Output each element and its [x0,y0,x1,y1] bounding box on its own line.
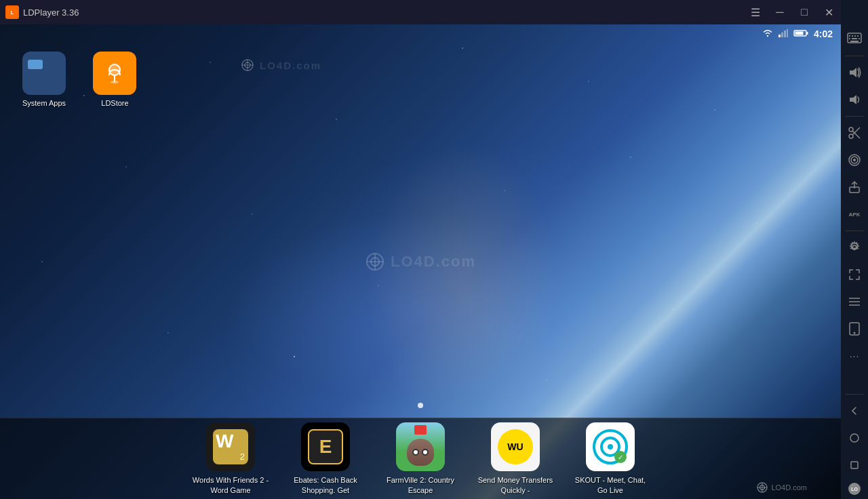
svg-line-15 [852,131,860,138]
keyboard-icon[interactable] [842,26,867,50]
right-sidebar: APK ··· [841,0,868,499]
minimize-button[interactable]: ─ [768,0,792,24]
wwf-letter: W [216,432,233,451]
skout-badge: ✓ [614,451,627,463]
sidebar-divider-2 [845,116,864,117]
titlebar: L LDPlayer 3.36 ☰ ─ □ ✕ [0,0,841,24]
status-bar: 4:02 [0,24,841,43]
sidebar-divider-bottom [845,394,864,395]
svg-point-47 [111,81,119,83]
svg-point-27 [854,332,856,334]
svg-point-28 [850,434,859,442]
svg-rect-8 [852,38,857,39]
skout-label: SKOUT - Meet, Chat, Go Live [570,475,651,495]
ebates-letter: E [319,436,332,458]
svg-rect-7 [849,38,850,39]
svg-rect-3 [849,35,850,37]
more-icon[interactable]: ··· [842,344,867,368]
taskbar: W 2 Words With Friends 2 - Word Game E E… [0,418,841,499]
status-time: 4:02 [814,28,833,39]
wu-logo-text: WU [507,441,523,452]
android-screen: 4:02 LO4D.com Sy [0,24,841,499]
sidebar-divider-3 [845,231,864,231]
menu-button[interactable]: ☰ [743,0,768,24]
volume-up-icon[interactable] [842,60,867,85]
svg-rect-36 [806,32,808,35]
titlebar-controls: ☰ ─ □ ✕ [743,0,841,24]
target-icon[interactable] [842,148,867,172]
system-apps-image [22,52,66,95]
svg-rect-31 [781,33,783,37]
phone-icon[interactable] [842,317,867,341]
send-money-app[interactable]: WU Send Money Transfers Quickly - [475,422,556,495]
watermark-center: LO4D.com [365,252,476,272]
send-money-label: Send Money Transfers Quickly - [475,475,556,495]
back-icon[interactable] [842,399,867,423]
app-title: LDPlayer 3.36 [23,7,743,18]
signal-icon [778,29,788,39]
app-logo: L [5,5,19,19]
sidebar-divider-1 [845,56,864,56]
svg-point-19 [853,159,856,161]
close-button[interactable]: ✕ [816,0,841,24]
svg-rect-5 [854,35,856,37]
wifi-icon [762,29,773,39]
svg-rect-33 [787,29,788,37]
page-indicator [418,399,423,411]
recents-icon[interactable] [842,453,867,477]
list-icon[interactable] [842,290,867,314]
desktop-icons: System Apps LDStore [0,45,841,114]
svg-rect-42 [36,60,39,64]
words-with-friends-label: Words With Friends 2 - Word Game [190,475,271,495]
svg-rect-30 [778,35,781,37]
ebates-app-icon: E [301,422,350,471]
svg-line-16 [852,127,860,135]
words-with-friends-app[interactable]: W 2 Words With Friends 2 - Word Game [190,422,271,495]
svg-rect-29 [851,462,858,468]
farmville-label: FarmVille 2: Country Escape [380,475,461,495]
bottom-watermark: LO4D.com [756,481,807,494]
svg-rect-4 [852,35,853,37]
sidebar-watermark: LO [847,479,862,499]
svg-rect-43 [31,65,35,68]
svg-rect-6 [857,35,859,37]
settings-icon[interactable] [842,235,867,260]
svg-rect-35 [795,31,803,35]
send-money-app-icon: WU [491,422,540,471]
farmville-app-icon [396,422,445,471]
home-icon[interactable] [842,426,867,450]
skout-app[interactable]: ✓ SKOUT - Meet, Chat, Go Live [570,422,651,495]
svg-rect-44 [36,65,39,68]
system-apps-label: System Apps [22,99,66,107]
ldstore-label: LDStore [101,99,128,107]
scissors-icon[interactable] [842,121,867,145]
svg-rect-41 [31,60,35,64]
svg-rect-32 [784,31,786,37]
page-dot-active [418,403,423,408]
skout-app-icon: ✓ [586,422,635,471]
farmville-app[interactable]: FarmVille 2: Country Escape [380,422,461,495]
svg-rect-10 [850,41,859,42]
svg-text:L: L [11,10,14,15]
maximize-button[interactable]: □ [792,0,816,24]
battery-icon [793,29,808,39]
svg-rect-9 [859,38,860,39]
ebates-label: Ebates: Cash Back Shopping. Get [285,475,366,495]
sys-cell-1 [28,60,43,69]
ebates-app[interactable]: E Ebates: Cash Back Shopping. Get [285,422,366,495]
system-apps-icon[interactable]: System Apps [14,52,75,107]
wwf-number: 2 [240,452,245,462]
svg-marker-12 [850,95,856,104]
words-with-friends-icon: W 2 [206,422,255,471]
svg-marker-11 [850,68,856,77]
volume-down-icon[interactable] [842,87,867,112]
apk-icon[interactable]: APK [842,202,867,226]
ldstore-icon-item[interactable]: LDStore [84,52,145,107]
ldstore-image [93,52,136,95]
fullscreen-icon[interactable] [842,262,867,287]
import-icon[interactable] [842,175,867,199]
